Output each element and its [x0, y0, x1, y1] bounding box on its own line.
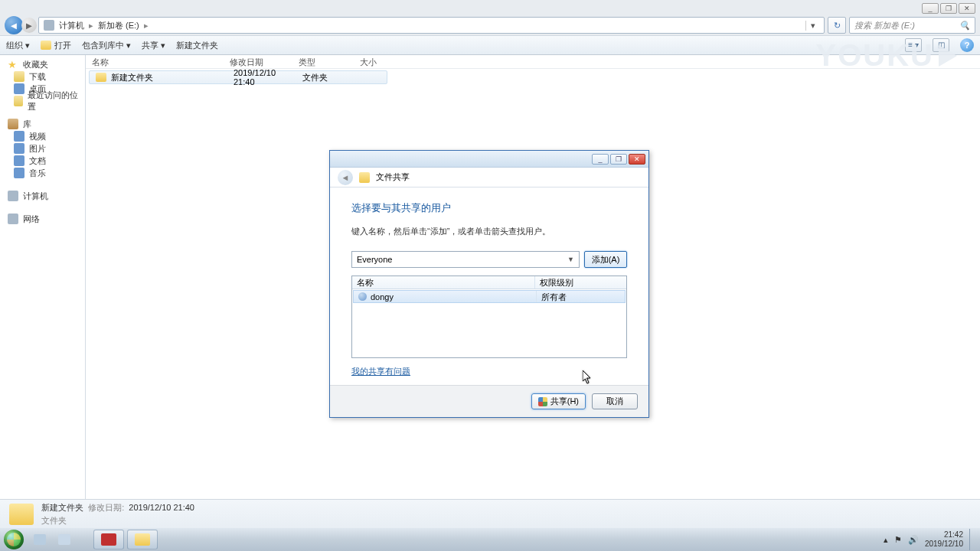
cancel-button[interactable]: 取消 [592, 393, 638, 409]
navigation-tree: ★收藏夹 下载 桌面 最近访问的位置 库 视频 图片 文档 音乐 计算机 网络 [0, 55, 86, 499]
share-icon [359, 172, 370, 183]
dialog-minimize-button[interactable]: _ [592, 154, 609, 165]
document-icon [14, 155, 24, 166]
refresh-button[interactable]: ↻ [828, 17, 846, 34]
chevron-right-icon[interactable]: ▸ [144, 21, 149, 31]
share-button[interactable]: 共享(H) [531, 393, 586, 409]
nav-buttons: ◄ ► [5, 16, 35, 34]
tree-recent[interactable]: 最近访问的位置 [0, 95, 85, 107]
tree-label: 图片 [29, 143, 46, 155]
toolbar: 组织 ▾ 打开 包含到库中 ▾ 共享 ▾ 新建文件夹 ≡ ▾ ◫ ? [0, 35, 980, 55]
help-button[interactable]: ? [960, 38, 974, 52]
taskbar-app-1[interactable] [93, 530, 124, 549]
user-name: dongy [371, 292, 394, 302]
shield-icon [538, 397, 547, 406]
breadcrumb[interactable]: 计算机 ▸ 新加卷 (E:) ▸ ▾ [38, 17, 825, 34]
maximize-button[interactable]: ❐ [940, 3, 957, 14]
user-row[interactable]: dongy 所有者 [353, 290, 626, 303]
crumb-computer[interactable]: 计算机 [59, 20, 84, 31]
tray-volume-icon[interactable]: 🔊 [908, 535, 919, 545]
dialog-close-button[interactable]: ✕ [629, 154, 645, 165]
tree-music[interactable]: 音乐 [0, 167, 85, 179]
video-icon [14, 131, 24, 142]
details-pane: 新建文件夹 修改日期: 2019/12/10 21:40 文件夹 [0, 499, 980, 528]
taskbar: ▴ ⚑ 🔊 21:42 2019/12/10 [0, 528, 980, 551]
open-label: 打开 [54, 40, 71, 51]
tree-computer[interactable]: 计算机 [0, 190, 85, 202]
tree-downloads[interactable]: 下载 [0, 70, 85, 83]
minimize-button[interactable]: _ [922, 3, 939, 14]
chevron-down-icon: ▼ [567, 256, 574, 263]
tray-expand-icon[interactable]: ▴ [884, 535, 888, 545]
file-type: 文件夹 [296, 70, 358, 85]
window-controls: _ ❐ ✕ [922, 3, 975, 14]
tree-label: 网络 [23, 214, 40, 225]
tray-clock[interactable]: 21:42 2019/12/10 [925, 530, 963, 549]
user-list-header: 名称 权限级别 [352, 276, 626, 289]
dialog-header: ◄ 文件共享 [330, 168, 648, 187]
tree-libraries[interactable]: 库 [0, 118, 85, 130]
dialog-description: 键入名称，然后单击“添加”，或者单击箭头查找用户。 [351, 226, 627, 237]
col-user-name[interactable]: 名称 [352, 276, 534, 289]
col-name[interactable]: 名称 [86, 55, 224, 68]
col-size[interactable]: 大小 [354, 55, 415, 68]
details-name: 新建文件夹 [41, 503, 83, 512]
col-permission[interactable]: 权限级别 [534, 276, 626, 289]
file-date: 2019/12/10 21:40 [227, 67, 296, 88]
tree-documents[interactable]: 文档 [0, 155, 85, 167]
tree-label: 最近访问的位置 [28, 90, 80, 112]
dialog-header-title: 文件共享 [376, 171, 410, 183]
tree-label: 文档 [29, 155, 46, 167]
folder-icon [96, 73, 106, 82]
app-icon [58, 534, 70, 545]
music-icon [14, 168, 24, 178]
address-dropdown[interactable]: ▾ [805, 21, 819, 31]
tree-label: 视频 [29, 131, 46, 142]
file-row[interactable]: 新建文件夹 2019/12/10 21:40 文件夹 [89, 70, 387, 84]
computer-icon [8, 191, 18, 201]
dialog-titlebar[interactable]: _ ❐ ✕ [330, 151, 648, 168]
view-options-button[interactable]: ≡ ▾ [905, 38, 922, 52]
show-desktop-button[interactable] [969, 529, 975, 550]
tray-flag-icon[interactable]: ⚑ [894, 535, 902, 545]
system-tray: ▴ ⚑ 🔊 21:42 2019/12/10 [884, 529, 975, 550]
new-folder-button[interactable]: 新建文件夹 [176, 40, 218, 51]
col-type[interactable]: 类型 [292, 55, 354, 68]
explorer-icon [34, 534, 46, 545]
organize-menu[interactable]: 组织 ▾ [6, 40, 30, 51]
tree-favorites[interactable]: ★收藏夹 [0, 58, 85, 70]
tree-label: 库 [23, 119, 31, 130]
taskbar-app-2[interactable] [127, 530, 158, 549]
desktop-icon [14, 83, 24, 94]
details-date-value: 2019/12/10 21:40 [129, 503, 194, 512]
forward-button[interactable]: ► [21, 18, 37, 33]
back-button[interactable]: ◄ [5, 16, 23, 34]
tree-label: 音乐 [29, 168, 46, 179]
search-input[interactable]: 搜索 新加卷 (E:) 🔍 [849, 17, 975, 34]
start-button[interactable] [0, 528, 28, 551]
file-list-header: 名称 修改日期 类型 大小 [86, 55, 980, 69]
file-sharing-dialog: _ ❐ ✕ ◄ 文件共享 选择要与其共享的用户 键入名称，然后单击“添加”，或者… [329, 150, 649, 418]
close-button[interactable]: ✕ [959, 3, 975, 14]
crumb-drive[interactable]: 新加卷 (E:) [98, 20, 139, 31]
taskbar-pin-app[interactable] [54, 530, 75, 549]
user-combobox[interactable]: Everyone ▼ [351, 251, 580, 268]
chevron-right-icon[interactable]: ▸ [89, 21, 93, 31]
tree-pictures[interactable]: 图片 [0, 142, 85, 155]
tree-videos[interactable]: 视频 [0, 130, 85, 142]
dialog-maximize-button[interactable]: ❐ [610, 154, 627, 165]
folder-icon [14, 71, 24, 82]
open-button[interactable]: 打开 [41, 40, 71, 51]
dialog-title: 选择要与其共享的用户 [351, 201, 627, 215]
taskbar-pin-explorer[interactable] [29, 530, 51, 549]
share-menu[interactable]: 共享 ▾ [142, 40, 165, 51]
dialog-back-button[interactable]: ◄ [338, 170, 353, 185]
tree-network[interactable]: 网络 [0, 213, 85, 225]
preview-pane-button[interactable]: ◫ [933, 38, 949, 52]
sharing-help-link[interactable]: 我的共享有问题 [351, 366, 410, 377]
user-list: 名称 权限级别 dongy 所有者 [351, 276, 627, 358]
add-button[interactable]: 添加(A) [584, 251, 627, 268]
tree-label: 收藏夹 [23, 59, 48, 70]
star-icon: ★ [8, 59, 18, 70]
include-library-menu[interactable]: 包含到库中 ▾ [82, 40, 131, 51]
